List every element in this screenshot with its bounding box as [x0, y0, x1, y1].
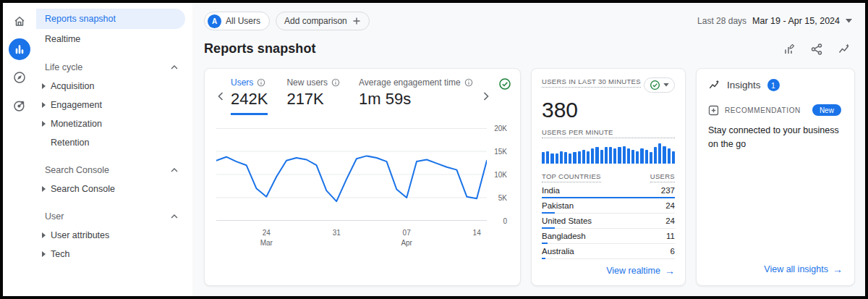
- sidebar-item-reports-snapshot[interactable]: Reports snapshot: [36, 9, 185, 29]
- app-window: Reports snapshot Realtime Life cycle Acq…: [0, 0, 868, 299]
- view-all-insights-link[interactable]: View all insights →: [764, 258, 843, 275]
- section-label: Search Console: [45, 165, 109, 175]
- sidebar-item-user-attributes[interactable]: User attributes: [36, 226, 192, 245]
- all-users-chip[interactable]: A All Users: [204, 12, 270, 30]
- page-title: Reports snapshot: [204, 41, 316, 56]
- topbar: A All Users Add comparison Last 28 days …: [204, 12, 855, 30]
- minute-bar: [631, 150, 634, 164]
- main-content: A All Users Add comparison Last 28 days …: [192, 3, 865, 296]
- metric-tab-avg-engagement-time[interactable]: Average engagement time 1m 59s: [359, 77, 473, 115]
- recommendation-icon: [708, 105, 719, 116]
- users-per-minute-label[interactable]: USERS PER MINUTE: [542, 128, 675, 138]
- users-per-minute-chart: [542, 143, 675, 164]
- info-icon[interactable]: [331, 78, 340, 87]
- sidebar-section-life-cycle[interactable]: Life cycle: [36, 58, 192, 77]
- title-row: Reports snapshot: [204, 41, 855, 56]
- insights-card: Insights 1 RECOMMENDATION New Stay conne…: [696, 68, 855, 286]
- minute-bar: [595, 147, 598, 164]
- metric-carousel: Users 242K New users 217K Av: [216, 77, 509, 115]
- country-name: Pakistan: [542, 201, 574, 210]
- sidebar-item-acquisition[interactable]: Acquisition: [36, 77, 192, 96]
- reports-icon[interactable]: [9, 38, 30, 60]
- recommendation-label: RECOMMENDATION: [725, 106, 801, 114]
- minute-bar: [623, 146, 626, 164]
- sidebar-item-monetization[interactable]: Monetization: [36, 114, 192, 133]
- y-axis: 20K 15K 10K 5K 0: [487, 128, 509, 221]
- chevron-up-icon: [171, 65, 178, 70]
- sidebar-item-tech[interactable]: Tech: [36, 245, 192, 264]
- minute-bar: [573, 152, 576, 164]
- metric-tab-users[interactable]: Users 242K: [231, 77, 268, 115]
- users-col-header[interactable]: USERS: [650, 172, 675, 182]
- minute-bar: [668, 148, 671, 164]
- sidebar-item-label: Acquisition: [51, 81, 94, 91]
- top-countries-header[interactable]: TOP COUNTRIES: [542, 172, 601, 182]
- insights-spark-icon: [708, 79, 720, 91]
- country-row: Pakistan 24: [542, 198, 675, 214]
- add-comparison-label: Add comparison: [284, 16, 347, 26]
- minute-bar: [546, 151, 549, 164]
- minute-bar: [618, 147, 621, 164]
- realtime-quality-dropdown[interactable]: [644, 77, 675, 93]
- minute-bar: [613, 148, 616, 164]
- date-range-picker[interactable]: Last 28 days Mar 19 - Apr 15, 2024: [697, 16, 855, 26]
- expand-arrow-icon: [42, 186, 46, 192]
- expand-arrow-icon: [42, 102, 46, 108]
- explore-icon[interactable]: [9, 67, 30, 88]
- home-icon[interactable]: [9, 10, 30, 32]
- minute-bar: [556, 153, 558, 164]
- metric-tab-new-users[interactable]: New users 217K: [286, 77, 340, 115]
- info-icon[interactable]: [464, 78, 473, 87]
- country-users: 24: [665, 201, 675, 210]
- country-name: India: [542, 186, 560, 195]
- view-realtime-label: View realtime: [606, 266, 660, 276]
- minute-bar: [564, 152, 567, 164]
- minute-bar: [654, 147, 657, 164]
- minute-bar: [650, 152, 652, 164]
- chevron-up-icon: [171, 214, 178, 219]
- sidebar-item-label: Tech: [51, 249, 69, 259]
- metric-label: New users: [286, 77, 328, 88]
- segment-avatar: A: [208, 14, 221, 28]
- realtime-title[interactable]: USERS IN LAST 30 MINUTES: [542, 77, 641, 88]
- carousel-prev-icon[interactable]: [216, 90, 225, 102]
- sidebar: Reports snapshot Realtime Life cycle Acq…: [36, 3, 192, 296]
- customize-report-icon[interactable]: [783, 43, 796, 56]
- advertising-icon[interactable]: [9, 95, 30, 117]
- minute-bar: [560, 151, 563, 164]
- y-axis-label: 20K: [494, 125, 507, 132]
- view-all-insights-label: View all insights: [764, 264, 828, 274]
- sidebar-section-user[interactable]: User: [36, 207, 192, 226]
- sidebar-section-search-console[interactable]: Search Console: [36, 161, 192, 180]
- caret-down-icon: [846, 19, 852, 23]
- share-icon[interactable]: [810, 43, 823, 56]
- insights-count-badge: 1: [767, 79, 780, 91]
- country-row: Bangladesh 11: [542, 229, 675, 244]
- carousel-next-icon[interactable]: [482, 90, 490, 102]
- expand-arrow-icon: [42, 121, 46, 127]
- data-quality-icon[interactable]: [498, 77, 511, 93]
- view-realtime-link[interactable]: View realtime →: [606, 259, 675, 277]
- info-icon[interactable]: [257, 78, 265, 87]
- minute-bar: [645, 150, 648, 164]
- country-name: United States: [542, 216, 592, 225]
- plot-area: 24Mar3107Apr14: [216, 128, 487, 248]
- minute-bar: [550, 153, 553, 164]
- sidebar-item-realtime[interactable]: Realtime: [36, 29, 185, 49]
- country-bar: [542, 258, 545, 259]
- x-axis-label: 24Mar: [260, 228, 273, 248]
- insights-icon[interactable]: [838, 43, 851, 56]
- add-comparison-button[interactable]: Add comparison: [276, 12, 370, 30]
- section-label: Life cycle: [45, 62, 82, 72]
- insight-text[interactable]: Stay connected to your business on the g…: [708, 124, 843, 151]
- minute-bar: [605, 147, 608, 164]
- minute-bar: [672, 151, 675, 164]
- expand-arrow-icon: [42, 83, 46, 89]
- check-circle-icon: [650, 80, 660, 90]
- plus-icon: [352, 17, 361, 25]
- minute-bar: [578, 151, 581, 164]
- metric-label: Average engagement time: [359, 77, 461, 88]
- sidebar-item-retention[interactable]: Retention: [36, 133, 192, 152]
- sidebar-item-engagement[interactable]: Engagement: [36, 96, 192, 114]
- sidebar-item-search-console[interactable]: Search Console: [36, 180, 192, 198]
